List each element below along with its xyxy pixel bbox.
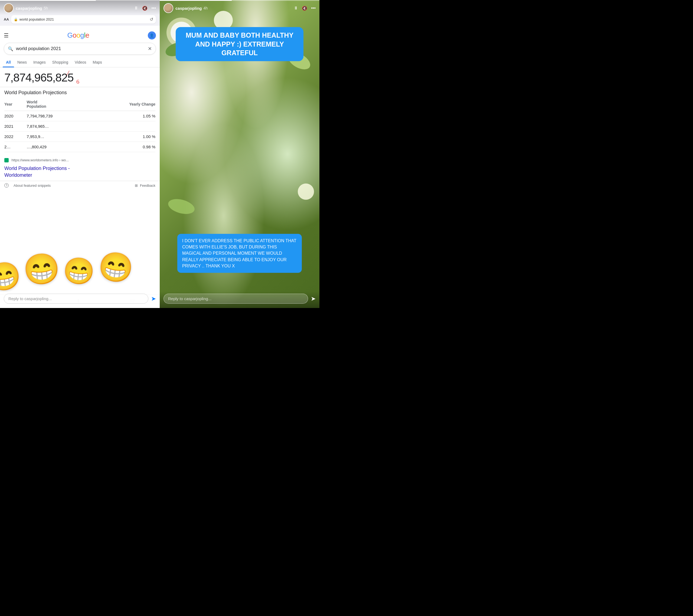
right-progress-fill (160, 0, 232, 1)
hamburger-icon[interactable]: ☰ (4, 32, 9, 39)
cell-change: 1.00 % (91, 132, 155, 142)
featured-snippet: 7,874,965,825/ 6 (0, 67, 160, 87)
right-avatar[interactable] (163, 3, 173, 13)
search-query-text: world population 2021 (16, 46, 145, 52)
logo-o-yellow: o (76, 31, 80, 39)
cell-change: 0.98 % (91, 142, 155, 152)
snippet-footer: ? About featured snippets ⊞ Feedback (0, 181, 160, 190)
right-reply-input[interactable]: Reply to casparjopling... (163, 294, 308, 304)
col-year: Year (4, 98, 26, 111)
search-icon: 🔍 (8, 46, 13, 52)
tab-all[interactable]: All (3, 57, 14, 67)
snippet-about-text: About featured snippets (14, 183, 51, 187)
right-story-meta: casparjopling 4h (175, 6, 292, 11)
logo-o-red: o (73, 31, 76, 39)
table-row: 2021 7,874,965… (4, 121, 155, 132)
cell-year: 2021 (4, 121, 26, 132)
logo-e-red: e (85, 31, 89, 39)
cell-population: 7,953,9… (26, 132, 91, 142)
google-ui: ☰ Google 👤 🔍 world population 2021 ✕ All… (0, 28, 160, 308)
cell-population: 7,794,798,739 (26, 111, 91, 121)
correction-six: 6 (76, 78, 79, 85)
bottom-message-bubble: I DON'T EVER ADDRESS THE PUBLIC ATTENTIO… (177, 234, 302, 273)
right-story-header: casparjopling 4h ⏸ 🔇 ••• (160, 0, 319, 15)
avatar-image (4, 4, 13, 13)
cell-year: 2022 (4, 132, 26, 142)
table-row: 2022 7,953,9… 1.00 % (4, 132, 155, 142)
right-progress-bar (160, 0, 319, 1)
population-table-section: World Population Projections Year WorldP… (0, 87, 160, 155)
tab-shopping[interactable]: Shopping (49, 57, 72, 67)
tab-maps[interactable]: Maps (90, 57, 105, 67)
feedback-button[interactable]: ⊞ Feedback (135, 183, 155, 187)
population-number: 7,874,965,825/ (4, 71, 74, 84)
cell-year: 2… (4, 142, 26, 152)
source-icon (4, 158, 9, 162)
google-account-icon[interactable]: 👤 (148, 32, 156, 40)
feedback-icon: ⊞ (135, 183, 138, 187)
col-world-population: WorldPopulation (26, 98, 91, 111)
table-title: World Population Projections (4, 90, 155, 96)
left-reply-bar: Reply to casparjopling... ➤ (0, 292, 160, 308)
cell-population: …,800,429 (26, 142, 91, 152)
cell-change: 1.05 % (91, 111, 155, 121)
right-more-icon[interactable]: ••• (311, 6, 316, 11)
top-message-bubble: MUM AND BABY BOTH HEALTHY AND HAPPY :) E… (176, 27, 303, 61)
browser-aa: AA (4, 17, 9, 21)
lock-icon: 🔒 (14, 18, 18, 21)
more-icon[interactable]: ••• (151, 6, 156, 11)
search-tabs: All News Images Shopping Videos Maps (0, 57, 160, 67)
cell-change (91, 121, 155, 132)
left-progress-bar (0, 0, 160, 1)
right-mute-icon[interactable]: 🔇 (302, 6, 307, 11)
source-row: https://www.worldometers.info › wo... (0, 155, 160, 164)
left-reply-input[interactable]: Reply to casparjopling... (4, 294, 148, 304)
left-story-meta: casparjopling 5h (16, 6, 132, 11)
table-row: 2… …,800,429 0.98 % (4, 142, 155, 152)
clear-icon[interactable]: ✕ (148, 46, 152, 52)
tab-news[interactable]: News (14, 57, 30, 67)
right-pause-icon[interactable]: ⏸ (294, 6, 298, 11)
table-row: 2020 7,794,798,739 1.05 % (4, 111, 155, 121)
google-header: ☰ Google 👤 (0, 28, 160, 41)
col-yearly-change: Yearly Change (91, 98, 155, 111)
left-story-controls: ⏸ 🔇 ••• (134, 6, 156, 11)
right-reply-bar: Reply to casparjopling... ➤ (160, 292, 319, 308)
feedback-text: Feedback (140, 183, 155, 187)
left-username: casparjopling (16, 6, 42, 11)
browser-url-area[interactable]: 🔒 world population 2021 ↺ (11, 15, 156, 23)
url-text: world population 2021 (19, 17, 54, 21)
google-screenshot: AA 🔒 world population 2021 ↺ casparjopli… (0, 0, 160, 308)
search-bar[interactable]: 🔍 world population 2021 ✕ (4, 43, 156, 55)
account-letter: 👤 (150, 33, 154, 38)
pause-icon[interactable]: ⏸ (134, 6, 138, 11)
source-url: https://www.worldometers.info › wo... (12, 158, 69, 162)
info-icon: ? (4, 183, 9, 187)
left-avatar[interactable] (4, 3, 14, 13)
logo-g-blue: G (67, 31, 73, 39)
bubble-top-text: MUM AND BABY BOTH HEALTHY AND HAPPY :) E… (186, 32, 294, 57)
right-username: casparjopling (175, 6, 202, 11)
tab-videos[interactable]: Videos (72, 57, 90, 67)
left-story-header: casparjopling 5h ⏸ 🔇 ••• (0, 0, 160, 15)
mute-icon[interactable]: 🔇 (142, 6, 147, 11)
cell-year: 2020 (4, 111, 26, 121)
left-story-panel: AA 🔒 world population 2021 ↺ casparjopli… (0, 0, 160, 308)
right-story-controls: ⏸ 🔇 ••• (294, 6, 316, 11)
refresh-icon[interactable]: ↺ (150, 17, 153, 22)
google-logo: Google (67, 31, 89, 40)
bubble-bottom-text: I DON'T EVER ADDRESS THE PUBLIC ATTENTIO… (182, 238, 296, 268)
result-link-text: World Population Projections - (4, 166, 70, 171)
flower-4 (298, 183, 314, 200)
left-send-icon[interactable]: ➤ (151, 295, 156, 302)
progress-fill (0, 0, 96, 1)
right-time-ago: 4h (203, 6, 208, 10)
left-time-ago: 5h (44, 6, 48, 10)
result-link[interactable]: World Population Projections - Worldomet… (0, 164, 160, 180)
strikethrough-mark: / (66, 69, 79, 79)
right-avatar-image (164, 4, 173, 13)
cell-population: 7,874,965… (26, 121, 91, 132)
right-send-icon[interactable]: ➤ (311, 295, 316, 302)
tab-images[interactable]: Images (30, 57, 49, 67)
population-number-container: 7,874,965,825/ 6 (4, 71, 78, 84)
